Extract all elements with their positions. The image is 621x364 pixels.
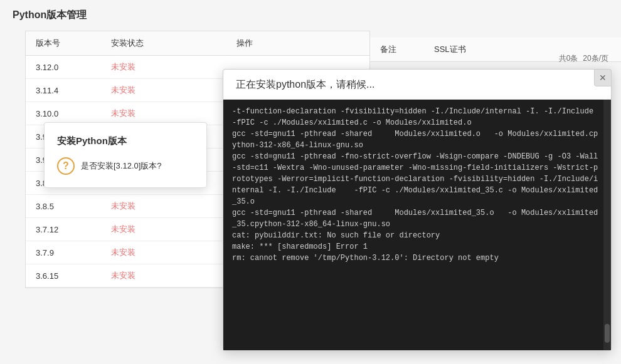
scroll-space [321,38,341,49]
version-cell: 3.11.4 [26,86,101,95]
ssl-header: SSL证书 [434,44,466,55]
pagination-area: 共0条 20条/页 [559,53,608,64]
page-title: Python版本管理 [0,0,621,31]
terminal-header: 正在安装python版本，请稍候... [223,70,611,100]
close-button[interactable]: ✕ [594,69,612,86]
per-page: 20条/页 [583,53,608,64]
terminal-scrollbar-thumb [605,324,610,343]
version-cell: 3.8.5 [26,202,101,211]
confirm-dialog: 安装Python版本 ? 是否安装[3.12.0]版本? [44,122,207,188]
status-cell: 未安装 [101,224,226,235]
confirm-title: 安装Python版本 [57,135,194,147]
version-cell: 3.10.0 [26,109,101,118]
warning-icon: ? [57,157,75,175]
status-cell: 未安装 [101,200,226,212]
terminal-dialog: ✕ 正在安装python版本，请稍候... -t-function-declar… [223,69,612,351]
status-cell: 未安装 [101,108,226,119]
header-status: 安装状态 [101,38,226,49]
terminal-body[interactable]: -t-function-declaration -fvisibility=hid… [223,100,611,350]
header-version: 版本号 [26,38,101,49]
header-action: 操作 [226,38,321,49]
main-panel: Python版本管理 备注 SSL证书 共0条 20条/页 版本号 安装状态 操… [0,0,621,364]
status-cell: 未安装 [101,61,226,73]
confirm-question: 是否安装[3.12.0]版本? [81,160,162,172]
status-cell: 未安装 [101,247,226,258]
confirm-body: ? 是否安装[3.12.0]版本? [57,157,194,175]
version-cell: 3.12.0 [26,63,101,72]
terminal-scrollbar[interactable] [603,100,611,350]
remarks-header: 备注 [380,44,396,55]
version-cell: 3.7.9 [26,248,101,257]
status-cell: 未安装 [101,270,226,281]
status-cell: 未安装 [101,85,226,96]
total-count: 共0条 [559,53,578,64]
version-cell: 3.6.15 [26,271,101,281]
table-header-row: 版本号 安装状态 操作 [26,31,369,56]
version-cell: 3.7.12 [26,225,101,234]
